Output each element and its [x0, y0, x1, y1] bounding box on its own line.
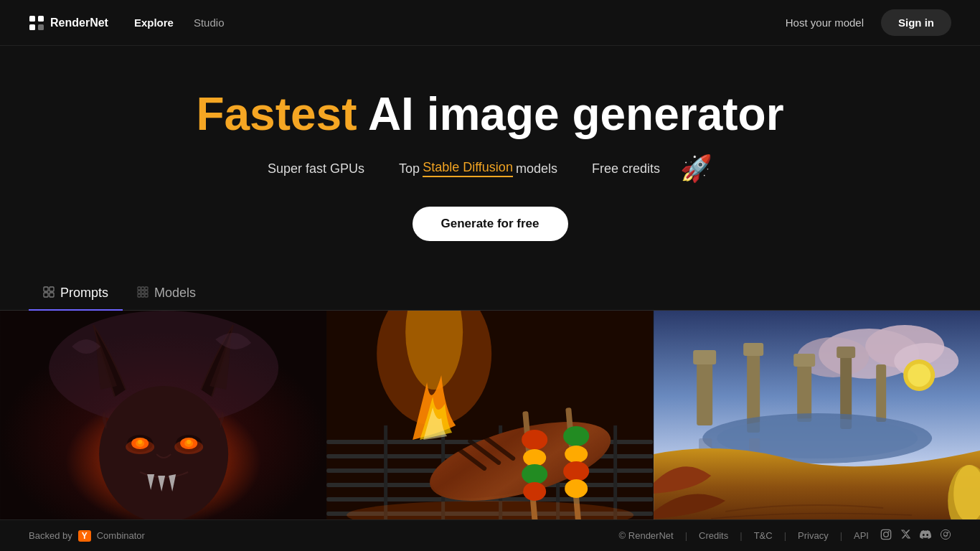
subtitle-stable-diffusion: Top Stable Diffusion models	[399, 160, 557, 177]
svg-rect-68	[743, 343, 763, 356]
svg-point-83	[941, 529, 950, 539]
svg-rect-10	[145, 287, 148, 290]
rocket-emoji: 🚀	[680, 154, 712, 184]
footer-left: Backed by Y Combinator	[29, 530, 145, 542]
svg-point-64	[908, 364, 930, 387]
divider-3: |	[784, 530, 786, 541]
logo-text: RenderNet	[50, 17, 108, 29]
svg-point-53	[563, 426, 589, 446]
svg-point-54	[565, 446, 588, 463]
models-icon	[137, 286, 149, 301]
social-icons	[880, 529, 951, 543]
demon-image	[0, 311, 326, 526]
footer-api-link[interactable]: API	[854, 530, 869, 541]
tab-prompts-label: Prompts	[60, 286, 108, 301]
svg-point-52	[523, 482, 546, 501]
subtitle-gpus: Super fast GPUs	[268, 161, 364, 176]
hero-title-fastest: Fastest	[196, 88, 357, 140]
svg-point-81	[884, 532, 889, 537]
discord-icon[interactable]	[920, 529, 931, 543]
svg-rect-3	[38, 24, 44, 30]
svg-rect-9	[141, 287, 144, 290]
svg-point-51	[522, 464, 547, 484]
svg-rect-16	[145, 294, 148, 297]
svg-point-55	[563, 461, 589, 481]
gallery-item-landscape[interactable]	[654, 311, 980, 539]
tab-models-label: Models	[154, 286, 196, 301]
svg-point-82	[888, 531, 890, 532]
prompts-icon	[43, 286, 55, 301]
hero-section: Fastest AI image generator Super fast GP…	[0, 46, 980, 276]
svg-rect-1	[38, 16, 44, 22]
logo-icon	[29, 15, 44, 31]
landscape-image	[654, 311, 980, 526]
signin-button[interactable]: Sign in	[881, 9, 951, 36]
svg-rect-14	[138, 294, 141, 297]
stable-diffusion-text: Stable Diffusion	[423, 160, 513, 177]
logo-link[interactable]: RenderNet	[29, 15, 108, 31]
svg-rect-7	[50, 293, 54, 297]
svg-rect-13	[145, 291, 148, 293]
svg-rect-4	[44, 287, 48, 291]
nav-explore[interactable]: Explore	[134, 17, 174, 29]
svg-point-85	[943, 534, 944, 535]
svg-rect-2	[29, 24, 35, 30]
nav-right: Host your model Sign in	[786, 9, 951, 36]
yc-badge: Y	[78, 530, 91, 542]
svg-point-56	[565, 479, 588, 498]
gallery	[0, 311, 980, 539]
svg-rect-72	[837, 347, 855, 358]
svg-point-30	[174, 440, 203, 454]
hero-title: Fastest AI image generator	[29, 89, 951, 139]
svg-rect-15	[141, 294, 144, 297]
svg-rect-69	[797, 357, 811, 422]
svg-point-49	[522, 430, 547, 450]
svg-rect-70	[793, 354, 815, 367]
footer-right: © RenderNet | Credits | T&C | Privacy | …	[619, 529, 951, 543]
svg-point-20	[99, 386, 228, 522]
backed-by-text: Backed by	[29, 530, 72, 541]
svg-point-86	[947, 534, 948, 535]
reddit-icon[interactable]	[940, 529, 951, 543]
svg-rect-8	[138, 287, 141, 290]
svg-rect-5	[50, 287, 54, 291]
generate-button[interactable]: Generate for free	[413, 207, 568, 241]
footer-credits-link[interactable]: Credits	[699, 530, 728, 541]
twitter-x-icon[interactable]	[900, 529, 911, 542]
svg-rect-80	[881, 529, 890, 539]
svg-rect-0	[29, 16, 35, 22]
bbq-image	[326, 311, 653, 526]
divider-1: |	[685, 530, 687, 541]
navbar: RenderNet Explore Studio Host your model…	[0, 0, 980, 46]
tab-models[interactable]: Models	[123, 276, 210, 311]
footer: Backed by Y Combinator © RenderNet | Cre…	[0, 519, 980, 551]
svg-point-29	[126, 440, 154, 454]
svg-rect-12	[141, 291, 144, 293]
host-model-link[interactable]: Host your model	[786, 17, 864, 29]
hero-title-rest: AI image generator	[357, 88, 783, 140]
footer-tnc-link[interactable]: T&C	[754, 530, 773, 541]
tabs-bar: Prompts Models	[0, 276, 980, 311]
svg-rect-73	[876, 364, 886, 422]
gallery-item-bbq[interactable]	[326, 311, 653, 539]
divider-2: |	[740, 530, 742, 541]
svg-rect-11	[138, 291, 141, 293]
svg-rect-6	[44, 293, 48, 297]
combinator-text: Combinator	[97, 530, 145, 541]
svg-point-50	[523, 449, 546, 466]
footer-privacy-link[interactable]: Privacy	[798, 530, 829, 541]
subtitle-credits: Free credits	[592, 161, 660, 176]
copyright-text: © RenderNet	[619, 530, 674, 541]
svg-rect-66	[693, 350, 716, 364]
nav-links: Explore Studio	[134, 17, 786, 29]
divider-4: |	[840, 530, 842, 541]
hero-subtitle: Super fast GPUs Top Stable Diffusion mod…	[29, 154, 951, 184]
gallery-item-demon[interactable]	[0, 311, 326, 539]
nav-studio[interactable]: Studio	[194, 17, 225, 29]
tab-prompts[interactable]: Prompts	[29, 276, 123, 311]
instagram-icon[interactable]	[880, 529, 892, 543]
